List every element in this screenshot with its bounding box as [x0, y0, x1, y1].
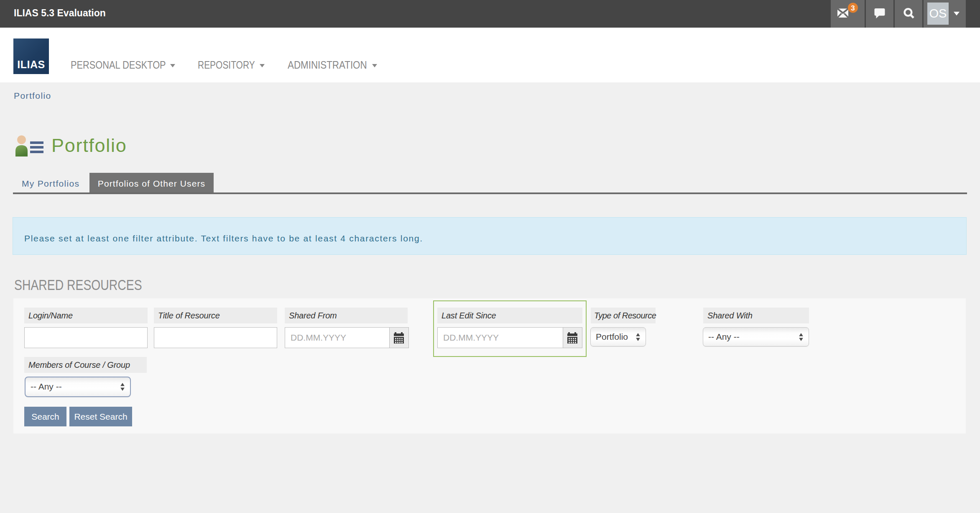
svg-text:3: 3 — [851, 4, 855, 12]
